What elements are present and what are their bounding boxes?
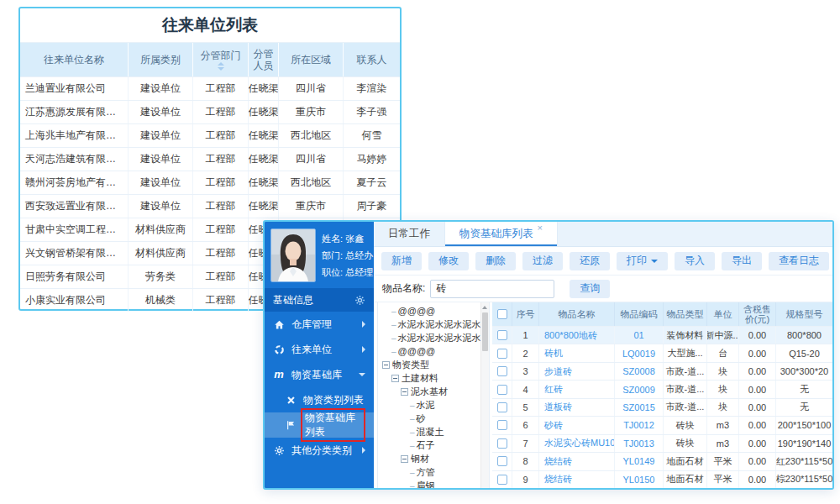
price-cell: 0.00 <box>739 435 776 452</box>
item-code-link[interactable]: SZ0009 <box>615 381 664 397</box>
tree-node[interactable]: – @@@@ <box>378 304 489 318</box>
tree-scrollbar[interactable] <box>480 302 489 488</box>
toolbar-button[interactable]: 查看日志 <box>769 252 829 270</box>
tree-node[interactable]: – 方管 <box>378 465 489 479</box>
person-link[interactable]: 任晓渠 <box>249 148 279 171</box>
item-code-link[interactable]: SZ0015 <box>615 399 664 416</box>
person-link[interactable]: 任晓渠 <box>249 77 279 100</box>
tree-node[interactable]: – 水泥水泥水泥水泥水泥水泥水泥 <box>378 331 489 344</box>
item-code-link[interactable]: TJ0013 <box>615 435 664 452</box>
toolbar-button[interactable]: 导入 <box>675 252 715 270</box>
item-code-link[interactable]: SZ0008 <box>615 363 664 380</box>
tree-node[interactable]: – 石子 <box>378 438 489 452</box>
row-checkbox[interactable] <box>497 402 507 412</box>
gear-icon[interactable] <box>354 295 365 306</box>
tree-node[interactable]: – 土建材料 <box>378 371 489 385</box>
tree-collapse-icon[interactable] <box>401 388 408 396</box>
item-name-link[interactable]: 道板砖 <box>539 399 615 416</box>
unit-name-link[interactable]: 西安致远置业有限公司 <box>20 195 129 218</box>
person-link[interactable]: 任晓渠 <box>249 195 279 218</box>
tree-node[interactable]: – 钢材 <box>378 452 489 465</box>
item-name-link[interactable]: 砂砖 <box>539 417 615 433</box>
item-code-link[interactable]: TJ0012 <box>615 417 664 433</box>
item-type-cell: 大型施... <box>664 344 707 361</box>
item-code-link[interactable]: YL0149 <box>615 453 664 470</box>
row-checkbox[interactable] <box>497 438 507 449</box>
scroll-up-icon[interactable] <box>482 306 487 309</box>
unit-name-link[interactable]: 日照劳务有限公司 <box>20 265 129 288</box>
unit-name-link[interactable]: 甘肃中实空调工程材料... <box>20 218 129 241</box>
tree-node[interactable]: – 砂 <box>378 412 489 425</box>
row-checkbox[interactable] <box>497 456 507 466</box>
person-link[interactable]: 任晓渠 <box>249 171 279 194</box>
unit-name-link[interactable]: 兴文钢管桥架有限公司 <box>20 242 129 265</box>
sidebar-item-contacts[interactable]: 往来单位 <box>265 337 374 362</box>
item-name-link[interactable]: 红砖 <box>539 381 615 397</box>
unit-name-link[interactable]: 赣州河荟房地产有限公司 <box>20 171 129 194</box>
toolbar-button[interactable]: 导出 <box>722 252 762 270</box>
spec-cell: 无 <box>776 381 832 397</box>
row-checkbox[interactable] <box>497 385 507 395</box>
sidebar-item-other-categories[interactable]: 其他分类类别 <box>265 438 374 463</box>
toolbar-button[interactable]: 删除 <box>475 252 516 270</box>
col-item-code: 物品编码 <box>615 302 664 326</box>
sidebar-item-warehouse[interactable]: 仓库管理 <box>265 312 374 337</box>
region-cell: 四川省 <box>279 77 344 100</box>
item-name-link[interactable]: 800*800地砖 <box>539 327 615 344</box>
toolbar-button[interactable]: 修改 <box>428 252 469 270</box>
item-name-input[interactable] <box>430 280 554 298</box>
tree-node[interactable]: – 物资类型 <box>378 358 489 371</box>
select-all-checkbox[interactable] <box>497 309 507 319</box>
person-link[interactable]: 任晓渠 <box>249 124 279 147</box>
row-checkbox[interactable] <box>497 349 507 359</box>
unit-name-link[interactable]: 天河志浩建筑有限公司 <box>20 148 129 171</box>
query-button[interactable]: 查询 <box>570 280 610 298</box>
tree-twig-icon: – <box>410 401 415 410</box>
tab-daily-work[interactable]: 日常工作 <box>374 222 444 246</box>
row-checkbox[interactable] <box>497 475 507 485</box>
tree-node[interactable]: – 水泥 <box>378 398 489 412</box>
row-checkbox[interactable] <box>497 420 507 430</box>
scrollbar-thumb[interactable] <box>482 312 488 351</box>
tree-node[interactable]: – 水泥水泥水泥水泥水泥水泥水泥 <box>378 318 489 331</box>
item-code-link[interactable]: 01 <box>615 327 664 344</box>
table-row: 上海兆丰地产有限公司 建设单位 工程部 任晓渠 西北地区 何雪 <box>20 123 400 147</box>
toolbar-button[interactable]: 打印 <box>617 252 668 270</box>
sidebar-item-materials-library[interactable]: m 物资基础库 <box>265 362 374 387</box>
sidebar-item-materials-base-list[interactable]: 物资基础库列表 <box>265 412 374 438</box>
toolbar-button[interactable]: 新增 <box>381 252 422 270</box>
row-checkbox[interactable] <box>497 330 507 340</box>
item-type-cell: 地面石材 <box>664 453 707 470</box>
person-link[interactable]: 任晓渠 <box>249 101 279 123</box>
sort-icon[interactable] <box>218 62 224 71</box>
row-checkbox[interactable] <box>497 366 507 376</box>
tab-materials-base-list[interactable]: 物资基础库列表 × <box>444 222 558 246</box>
sidebar-section-basic-info[interactable]: 基础信息 <box>265 288 374 312</box>
item-code-link[interactable]: LQ0019 <box>615 344 664 361</box>
item-name-link[interactable]: 烧结砖 <box>539 453 615 470</box>
tree-node[interactable]: – 混凝土 <box>378 425 489 438</box>
item-code-link[interactable]: YL0150 <box>615 471 664 488</box>
table-row: 3 步道砖 SZ0008 市政-道... 块 0.00 300*300*20 <box>492 362 832 380</box>
region-cell: 西北地区 <box>279 171 344 194</box>
toolbar-button[interactable]: 还原 <box>570 252 610 270</box>
unit-name-link[interactable]: 上海兆丰地产有限公司 <box>20 124 129 147</box>
item-name-link[interactable]: 水泥实心砖MU10 <box>539 435 615 452</box>
tree-collapse-icon[interactable] <box>391 375 399 382</box>
index-cell: 9 <box>512 471 539 488</box>
unit-name-link[interactable]: 江苏惠源发展有限公司 <box>20 101 129 123</box>
main-panel: 日常工作 物资基础库列表 × 新增 修改 <box>374 222 832 488</box>
toolbar-button[interactable]: 过滤 <box>522 252 563 270</box>
tree-collapse-icon[interactable] <box>401 455 408 463</box>
contact-cell: 何雪 <box>344 124 400 147</box>
item-name-link[interactable]: 步道砖 <box>539 363 615 380</box>
tree-collapse-icon[interactable] <box>382 361 390 369</box>
item-name-link[interactable]: 烧结砖 <box>539 471 615 488</box>
unit-name-link[interactable]: 小康实业有限公司 <box>20 289 129 312</box>
unit-name-link[interactable]: 兰迪置业有限公司 <box>20 77 129 100</box>
tree-node[interactable]: – @@@@ <box>378 344 489 358</box>
tree-node[interactable]: – 扁钢 <box>378 479 489 488</box>
tree-node[interactable]: – 泥水基材 <box>378 385 489 398</box>
close-icon[interactable]: × <box>538 223 543 233</box>
item-name-link[interactable]: 砖机 <box>539 344 615 361</box>
